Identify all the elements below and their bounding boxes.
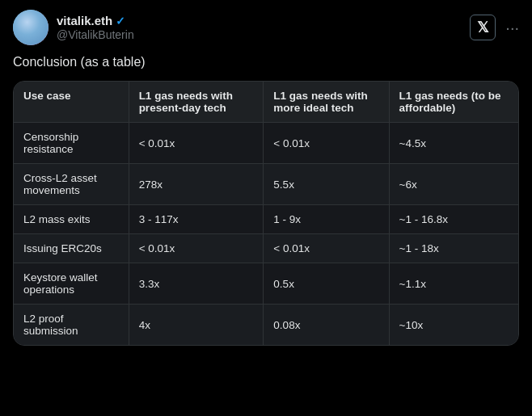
table-header: Use case L1 gas needs with present-day t…: [14, 82, 518, 123]
cell-affordable: ~6x: [389, 164, 518, 205]
col-header-ideal: L1 gas needs with more ideal tech: [264, 82, 389, 123]
cell-use-case: L2 mass exits: [14, 205, 129, 234]
username: @VitalikButerin: [57, 28, 134, 41]
cell-affordable: ~4.5x: [389, 123, 518, 164]
cell-ideal: < 0.01x: [264, 123, 389, 164]
cell-use-case: Keystore wallet operations: [14, 263, 129, 305]
cell-present-day: < 0.01x: [129, 234, 264, 263]
cell-affordable: ~1.1x: [389, 263, 518, 305]
cell-affordable: ~1 - 18x: [389, 234, 518, 263]
table-row: L2 mass exits3 - 117x1 - 9x~1 - 16.8x: [14, 205, 518, 234]
tweet-title: Conclusion (as a table): [13, 55, 519, 69]
cell-use-case: Cross-L2 asset movements: [14, 164, 129, 205]
cell-affordable: ~1 - 16.8x: [389, 205, 518, 234]
data-table-container: Use case L1 gas needs with present-day t…: [13, 81, 519, 346]
xi-logo-text: 𝕏: [477, 19, 489, 36]
cell-ideal: 0.5x: [264, 263, 389, 305]
cell-affordable: ~10x: [389, 305, 518, 346]
tweet-card: vitalik.eth ✓ @VitalikButerin 𝕏 ··· Conc…: [0, 0, 532, 416]
data-table: Use case L1 gas needs with present-day t…: [14, 82, 518, 345]
more-options-icon: ···: [505, 19, 519, 36]
user-info: vitalik.eth ✓ @VitalikButerin: [57, 14, 134, 41]
cell-present-day: 4x: [129, 305, 264, 346]
cell-ideal: 0.08x: [264, 305, 389, 346]
tweet-header-left: vitalik.eth ✓ @VitalikButerin: [13, 10, 134, 45]
xi-logo-button[interactable]: 𝕏: [470, 15, 496, 40]
col-header-affordable: L1 gas needs (to be affordable): [389, 82, 518, 123]
cell-present-day: 3 - 117x: [129, 205, 264, 234]
table-body: Censorship resistance< 0.01x< 0.01x~4.5x…: [14, 123, 518, 346]
cell-use-case: Issuing ERC20s: [14, 234, 129, 263]
table-row: Keystore wallet operations3.3x0.5x~1.1x: [14, 263, 518, 305]
table-row: Cross-L2 asset movements278x5.5x~6x: [14, 164, 518, 205]
display-name: vitalik.eth ✓: [57, 14, 134, 27]
cell-ideal: 1 - 9x: [264, 205, 389, 234]
table-header-row: Use case L1 gas needs with present-day t…: [14, 82, 518, 123]
cell-use-case: Censorship resistance: [14, 123, 129, 164]
cell-present-day: < 0.01x: [129, 123, 264, 164]
table-row: Censorship resistance< 0.01x< 0.01x~4.5x: [14, 123, 518, 164]
avatar: [13, 10, 49, 45]
verified-icon: ✓: [116, 15, 125, 27]
table-row: Issuing ERC20s< 0.01x< 0.01x~1 - 18x: [14, 234, 518, 263]
more-options-button[interactable]: ···: [505, 19, 519, 37]
cell-present-day: 3.3x: [129, 263, 264, 305]
cell-ideal: 5.5x: [264, 164, 389, 205]
col-header-present-day: L1 gas needs with present-day tech: [129, 82, 264, 123]
tweet-header-right: 𝕏 ···: [470, 15, 519, 40]
cell-use-case: L2 proof submission: [14, 305, 129, 346]
cell-present-day: 278x: [129, 164, 264, 205]
col-header-use-case: Use case: [14, 82, 129, 123]
cell-ideal: < 0.01x: [264, 234, 389, 263]
display-name-text: vitalik.eth: [57, 14, 112, 27]
tweet-header: vitalik.eth ✓ @VitalikButerin 𝕏 ···: [13, 10, 519, 45]
table-row: L2 proof submission4x0.08x~10x: [14, 305, 518, 346]
